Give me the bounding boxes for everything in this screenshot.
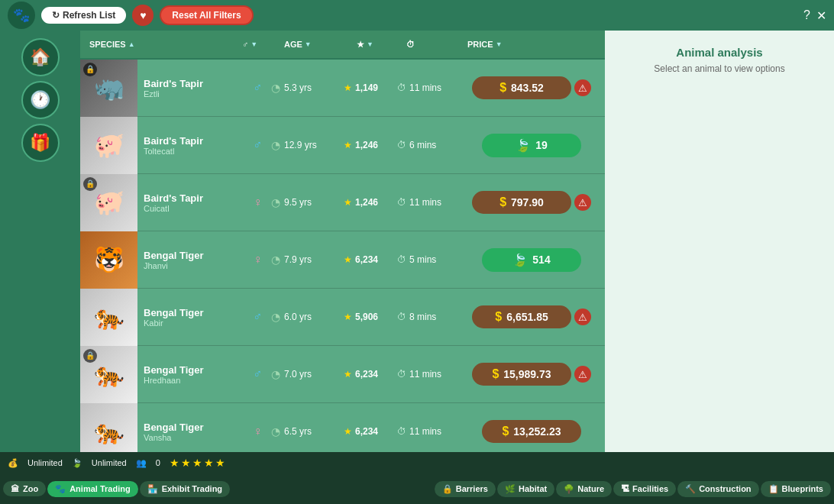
sidebar: 🏠 🕐 🎁 [0, 31, 80, 473]
pie-icon: ◔ [271, 139, 280, 151]
avatar-emoji: 🐖 [80, 117, 137, 174]
gender-col: ♂ [244, 138, 271, 152]
construction-icon: 🔨 [685, 484, 696, 494]
price-badge: $ 843.52 [472, 76, 571, 99]
price-badge: $ 797.90 [472, 191, 571, 214]
close-icon[interactable]: ✕ [816, 8, 826, 23]
blueprints-button[interactable]: 📋 Blueprints [761, 481, 831, 497]
taskbar: 🏛 Zoo 🐾 Animal Trading 🏪 Exhibit Trading… [0, 473, 834, 504]
stars-col: ★ 1,246 [344, 197, 397, 208]
th-gender[interactable]: ♂ ▼ [239, 40, 281, 49]
time-value: 8 mins [409, 312, 436, 322]
gender-icon: ♀ [254, 195, 263, 209]
star-icon: ★ [344, 82, 352, 93]
time-col: ⏱ 6 mins [397, 140, 458, 150]
age-value: 7.0 yrs [284, 369, 312, 380]
dollar-icon: $ [499, 81, 506, 95]
price-badge: 🍃 19 [482, 134, 581, 157]
facilities-button[interactable]: 🏗 Facilities [613, 481, 676, 496]
sidebar-icon-gift[interactable]: 🎁 [21, 124, 60, 162]
tab-animal-trading[interactable]: 🐾 Animal Trading [47, 481, 137, 497]
clock-icon: ⏱ [397, 197, 406, 208]
animal-rows: 🔒 🦏 Baird's Tapir Eztli ♂ ◔ 5.3 yrs ★ 1,… [80, 60, 605, 473]
stars-col: ★ 1,149 [344, 82, 397, 93]
nature-button[interactable]: 🌳 Nature [556, 481, 612, 497]
barriers-button[interactable]: 🔒 Barriers [435, 481, 496, 497]
pie-icon: ◔ [271, 254, 280, 266]
logo-icon: 🐾 [13, 7, 30, 24]
blueprints-icon: 📋 [768, 484, 779, 494]
habitat-label: Habitat [519, 484, 547, 493]
time-col: ⏱ 11 mins [397, 197, 458, 208]
pie-icon: ◔ [271, 368, 280, 380]
gender-col: ♀ [244, 195, 271, 209]
th-species[interactable]: SPECIES ▲ [86, 40, 239, 49]
habitat-button[interactable]: 🌿 Habitat [497, 481, 554, 497]
price-col: $ 15,989.73 ⚠ [458, 363, 605, 386]
animal-info: Bengal Tiger Kabir [137, 307, 244, 328]
barriers-label: Barriers [456, 484, 488, 493]
main-content: SPECIES ▲ ♂ ▼ AGE ▼ ★ ▼ ⏱ PRICE ▼ [80, 31, 834, 473]
time-col: ⏱ 5 mins [397, 254, 458, 265]
age-col: ◔ 6.5 yrs [271, 425, 344, 438]
reset-label: Reset All Filters [172, 10, 241, 21]
th-age[interactable]: AGE ▼ [281, 40, 354, 49]
table-row[interactable]: 🐯 Bengal Tiger Jhanvi ♀ ◔ 7.9 yrs ★ 6,23… [80, 231, 605, 289]
construction-button[interactable]: 🔨 Construction [677, 481, 758, 497]
reset-filters-button[interactable]: Reset All Filters [160, 5, 253, 25]
unlimited-leaf-label: Unlimited [92, 458, 127, 467]
help-icon[interactable]: ? [803, 8, 810, 22]
top-bar: 🐾 ↻ Refresh List ♥ Reset All Filters ? ✕ [0, 0, 834, 31]
warning-icon: ⚠ [574, 79, 591, 96]
th-time[interactable]: ⏱ [403, 40, 464, 49]
leaf-icon: 🍃 [516, 138, 531, 153]
th-price[interactable]: PRICE ▼ [464, 40, 598, 49]
table-row[interactable]: 🔒 🐅 Bengal Tiger Hredhaan ♂ ◔ 7.0 yrs ★ … [80, 346, 605, 403]
refresh-button[interactable]: ↻ Refresh List [41, 7, 126, 24]
gender-icon: ♂ [254, 367, 263, 381]
sidebar-icon-history[interactable]: 🕐 [21, 81, 60, 119]
star-icon: ★ [344, 312, 352, 322]
animal-trading-label: Animal Trading [70, 484, 130, 493]
facilities-label: Facilities [632, 484, 668, 493]
age-col: ◔ 7.0 yrs [271, 368, 344, 380]
table-row[interactable]: 🐅 Bengal Tiger Kabir ♂ ◔ 6.0 yrs ★ 5,906… [80, 289, 605, 346]
dollar-icon: $ [492, 367, 499, 381]
clock-icon: ⏱ [397, 82, 406, 93]
stars-col: ★ 1,246 [344, 140, 397, 150]
exhibit-icon: 🏪 [147, 484, 158, 494]
favorite-button[interactable]: ♥ [132, 5, 154, 26]
barriers-icon: 🔒 [442, 484, 453, 494]
tab-zoo[interactable]: 🏛 Zoo [3, 481, 46, 496]
price-value: 797.90 [511, 196, 544, 208]
animal-subname: Kabir [144, 318, 238, 328]
time-value: 11 mins [409, 197, 441, 208]
pie-icon: ◔ [271, 82, 280, 94]
tab-exhibit-trading[interactable]: 🏪 Exhibit Trading [140, 481, 230, 497]
animal-avatar: 🐅 [80, 289, 137, 346]
animal-subname: Jhanvi [144, 261, 238, 270]
animal-info: Baird's Tapir Cuicatl [137, 192, 244, 213]
nature-label: Nature [577, 484, 604, 493]
gender-icon: ♂ [254, 310, 263, 324]
th-stars[interactable]: ★ ▼ [354, 40, 403, 50]
animal-avatar: 🔒 🐖 [80, 174, 137, 231]
animal-subname: Cuicatl [144, 204, 238, 213]
animal-info: Bengal Tiger Vansha [137, 422, 244, 442]
age-label: AGE [284, 40, 302, 49]
dollar-icon: $ [495, 310, 502, 324]
animal-info: Bengal Tiger Hredhaan [137, 364, 244, 385]
table-row[interactable]: 🔒 🐖 Baird's Tapir Cuicatl ♀ ◔ 9.5 yrs ★ … [80, 174, 605, 231]
status-bar: 💰 Unlimited 🍃 Unlimited 👥 0 ★ ★ ★ ★ ★ [0, 452, 834, 473]
refresh-icon: ↻ [52, 10, 60, 21]
price-col: $ 843.52 ⚠ [458, 76, 605, 99]
table-row[interactable]: 🐖 Baird's Tapir Toltecatl ♂ ◔ 12.9 yrs ★… [80, 117, 605, 174]
animal-info: Baird's Tapir Toltecatl [137, 135, 244, 156]
table-row[interactable]: 🔒 🦏 Baird's Tapir Eztli ♂ ◔ 5.3 yrs ★ 1,… [80, 60, 605, 117]
price-value: 6,651.85 [506, 311, 548, 323]
sidebar-icon-home[interactable]: 🏠 [21, 38, 60, 76]
price-label: PRICE [467, 40, 493, 49]
time-value: 11 mins [409, 426, 441, 437]
age-col: ◔ 6.0 yrs [271, 311, 344, 323]
construction-label: Construction [699, 484, 751, 493]
